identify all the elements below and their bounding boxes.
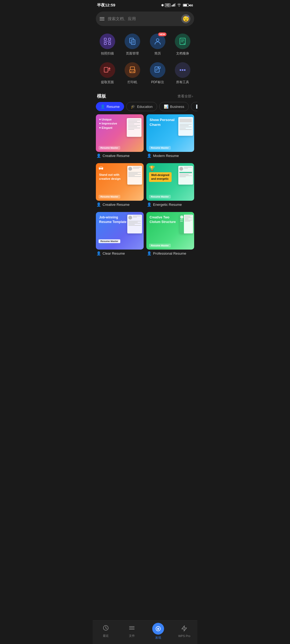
template-icon: 👤 [96,202,101,207]
template-tabs: 👤 Resume 🎓 Education 📊 Business 📄 Letter [93,102,197,114]
tab-education[interactable]: 🎓 Education [126,102,157,111]
template-name: Creative Resume [103,154,129,158]
tool-pdf-annotate-icon-wrap [150,62,165,78]
status-bar: 半夜12:59 ✱ HD 66 [93,0,197,9]
svg-rect-0 [172,5,172,6]
template-thumb-clear: Job-winning Resume Template Resume Maste… [96,212,144,250]
tool-resume-label: 简历 [154,51,161,56]
template-name: Modern Resume [153,154,179,158]
template-thumb-energetic: 🏆 Well-designedand energetic Resume Mast… [146,163,194,201]
svg-point-28 [184,69,186,71]
tool-slim-label: 文档瘦身 [176,51,189,56]
chevron-right-icon: › [192,94,193,98]
tool-extract-label: 提取页面 [101,80,114,85]
tool-pdf-annotate-label: PDF标注 [151,80,164,85]
svg-rect-6 [104,42,106,45]
svg-point-14 [156,39,159,41]
template-icon: 👤 [96,251,101,255]
svg-point-27 [182,69,183,71]
tool-all-tools-icon-wrap [175,62,190,78]
svg-point-26 [180,69,181,71]
battery-level: 66 [190,4,193,7]
template-icon: 👤 [96,153,101,158]
template-icon: 👤 [147,153,151,158]
tool-slim-icon-wrap [175,34,190,49]
template-card-creative2[interactable]: 🕶 Stand out with creative design Resume … [96,163,144,209]
section-header: 模板 查看全部 › [93,90,197,102]
template-name: Professional Resume [153,251,186,255]
avatar[interactable]: 😴 [181,14,190,23]
hd-badge: HD [165,3,170,7]
svg-rect-5 [108,38,111,40]
tool-resume[interactable]: NEW 简历 [145,30,170,59]
tab-resume[interactable]: 👤 Resume [96,102,124,111]
template-thumb-creative2: 🕶 Stand out with creative design Resume … [96,163,144,201]
tool-pdf-annotate[interactable]: PDF标注 [145,59,170,88]
svg-point-23 [134,70,135,71]
tool-extract[interactable]: 提取页面 [95,59,120,88]
status-icons: ✱ HD 66 [161,3,193,7]
battery-icon [183,4,189,7]
menu-icon[interactable] [100,17,104,20]
template-card-clear[interactable]: Job-winning Resume Template Resume Maste… [96,212,144,258]
template-card-creative1[interactable]: ♥ Unique ♥ Impressive ♥ Elegant Resume M… [96,114,144,160]
bluetooth-icon: ✱ [161,3,164,7]
svg-rect-1 [173,5,173,6]
wifi-icon [177,3,181,7]
tab-business[interactable]: 📊 Business [159,102,189,111]
search-input[interactable]: 搜索文档、应用 [108,16,178,21]
template-thumb-professional: Creative Two Clolum Structure Resume Mas… [146,212,194,250]
tool-scan[interactable]: 拍照扫描 [95,30,120,59]
tab-business-icon: 📊 [164,104,168,109]
tool-printer[interactable]: 打印机 [120,59,145,88]
tool-extract-icon-wrap [100,62,115,78]
svg-rect-19 [104,67,108,72]
search-bar[interactable]: 搜索文档、应用 😴 [96,12,194,26]
template-card-energetic[interactable]: 🏆 Well-designedand energetic Resume Mast… [146,163,194,209]
tab-letter-icon: 📄 [195,104,197,109]
tools-grid: 拍照扫描 页面管理 NEW 简历 [93,30,197,90]
tab-resume-icon: 👤 [100,104,105,109]
tool-page-manage[interactable]: 页面管理 [120,30,145,59]
tool-scan-icon-wrap [100,34,115,49]
tool-all-tools[interactable]: 所有工具 [170,59,195,88]
tool-scan-label: 拍照扫描 [101,51,114,56]
template-card-professional[interactable]: Creative Two Clolum Structure Resume Mas… [146,212,194,258]
badge-new: NEW [158,32,166,36]
avatar-image: 😴 [183,16,189,22]
tool-slim[interactable]: 文档瘦身 [170,30,195,59]
tool-page-manage-icon-wrap [125,34,140,49]
svg-rect-2 [174,4,175,6]
template-icon: 👤 [147,202,151,207]
svg-rect-4 [104,38,106,40]
section-title: 模板 [97,93,106,99]
svg-rect-3 [175,3,176,6]
template-thumb-creative1: ♥ Unique ♥ Impressive ♥ Elegant Resume M… [96,114,144,152]
template-icon: 👤 [147,251,151,255]
template-name: Clear Resume [103,251,125,255]
template-thumb-modern: Show Personal Charm Resume Master [146,114,194,152]
tool-printer-label: 打印机 [128,80,137,85]
tool-printer-icon-wrap [125,62,140,78]
template-grid: ♥ Unique ♥ Impressive ♥ Elegant Resume M… [93,114,197,258]
tool-all-tools-label: 所有工具 [176,80,189,85]
tool-page-manage-label: 页面管理 [126,51,139,56]
tab-education-icon: 🎓 [131,104,135,109]
tool-resume-icon-wrap: NEW [150,34,165,49]
template-name: Creative Resume [103,203,129,207]
status-time: 半夜12:59 [97,3,115,8]
signal-icon [172,3,176,7]
template-card-modern[interactable]: Show Personal Charm Resume Master 👤 Mode… [146,114,194,160]
svg-rect-20 [130,67,135,69]
template-name: Energetic Resume [153,203,182,207]
view-all-button[interactable]: 查看全部 › [177,94,193,99]
svg-rect-7 [108,42,111,45]
tab-letter[interactable]: 📄 Letter [191,102,197,111]
